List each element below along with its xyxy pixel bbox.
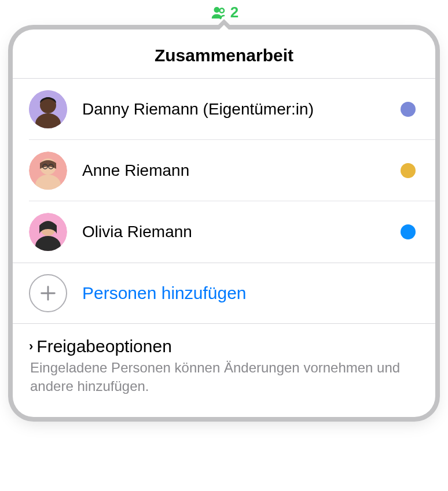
avatar bbox=[29, 90, 67, 128]
add-people-button[interactable]: Personen hinzufügen bbox=[13, 263, 435, 324]
add-people-label: Personen hinzufügen bbox=[82, 283, 247, 303]
svg-point-1 bbox=[219, 8, 224, 13]
avatar bbox=[29, 213, 67, 251]
popover-header: Zusammenarbeit bbox=[13, 29, 435, 79]
person-row[interactable]: Olivia Riemann bbox=[29, 201, 435, 263]
avatar bbox=[29, 152, 67, 190]
people-icon bbox=[210, 4, 227, 21]
status-dot bbox=[401, 102, 416, 117]
status-dot bbox=[401, 163, 416, 178]
person-row-owner[interactable]: Danny Riemann (Eigentümer:in) bbox=[29, 79, 435, 140]
chevron-right-icon: › bbox=[29, 339, 33, 354]
svg-point-0 bbox=[214, 7, 219, 13]
share-options-title: Freigabeoptionen bbox=[36, 337, 172, 356]
status-dot bbox=[401, 224, 416, 239]
person-row[interactable]: Anne Riemann bbox=[29, 140, 435, 201]
person-name: Danny Riemann (Eigentümer:in) bbox=[82, 100, 401, 119]
plus-icon bbox=[29, 274, 67, 312]
share-options-button[interactable]: › Freigabeoptionen Eingeladene Personen … bbox=[13, 324, 435, 417]
people-list: Danny Riemann (Eigentümer:in) Anne Riema… bbox=[13, 79, 435, 263]
person-name: Anne Riemann bbox=[82, 161, 401, 180]
share-options-description: Eingeladene Personen können Änderungen v… bbox=[29, 359, 416, 396]
popover-title: Zusammenarbeit bbox=[13, 46, 435, 65]
person-name: Olivia Riemann bbox=[82, 223, 401, 241]
collaboration-popover: Zusammenarbeit Danny Riemann (Eigentümer… bbox=[13, 29, 435, 417]
